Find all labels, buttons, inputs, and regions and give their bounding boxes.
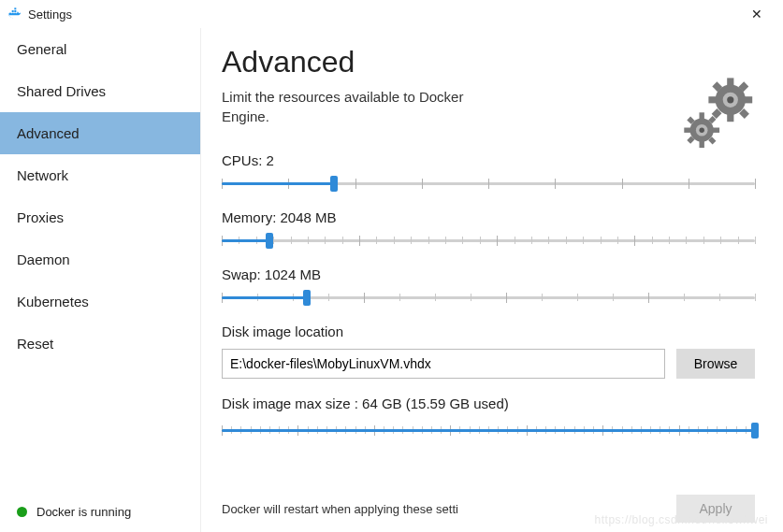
sidebar-label: Reset [17, 336, 53, 352]
restart-note: Docker will restart when applying these … [222, 502, 458, 516]
disk-location-label: Disk image location [222, 324, 755, 339]
sidebar-item-network[interactable]: Network [0, 154, 200, 196]
swap-slider-block: Swap: 1024 MB [222, 266, 755, 307]
svg-rect-7 [727, 78, 733, 86]
swap-slider[interactable] [222, 288, 755, 307]
sidebar-item-advanced[interactable]: Advanced [0, 112, 200, 154]
page-title: Advanced [222, 45, 755, 79]
svg-rect-21 [713, 128, 719, 133]
docker-icon [7, 7, 22, 22]
sidebar-label: Kubernetes [17, 294, 89, 309]
memory-slider[interactable] [222, 231, 755, 250]
svg-rect-10 [744, 96, 752, 103]
memory-label: Memory: 2048 MB [222, 209, 755, 225]
apply-button[interactable]: Apply [676, 495, 755, 523]
sidebar-label: Advanced [17, 125, 80, 141]
sidebar-label: Shared Drives [17, 83, 106, 99]
sidebar-item-proxies[interactable]: Proxies [0, 196, 200, 238]
svg-point-27 [700, 128, 704, 133]
svg-point-16 [727, 96, 733, 103]
svg-rect-9 [708, 96, 717, 103]
sidebar-item-daemon[interactable]: Daemon [0, 238, 200, 280]
svg-rect-19 [700, 141, 704, 148]
page-subtitle: Limit the resources available to Docker … [222, 87, 502, 126]
titlebar: Settings ✕ [0, 0, 783, 28]
close-button[interactable]: ✕ [738, 0, 776, 28]
svg-rect-20 [684, 128, 690, 133]
svg-rect-8 [727, 113, 733, 122]
svg-rect-4 [14, 10, 16, 12]
status-bar: Docker is running [0, 492, 200, 532]
browse-button[interactable]: Browse [676, 349, 755, 379]
status-dot-icon [17, 507, 27, 517]
sidebar-item-general[interactable]: General [0, 28, 200, 70]
svg-rect-18 [700, 112, 704, 119]
swap-label: Swap: 1024 MB [222, 266, 755, 282]
gears-icon [678, 73, 762, 157]
disk-path-input[interactable] [222, 349, 665, 379]
window-title: Settings [28, 7, 72, 22]
svg-rect-3 [12, 10, 14, 12]
sidebar-label: Daemon [17, 252, 70, 267]
sidebar-item-kubernetes[interactable]: Kubernetes [0, 280, 200, 323]
sidebar-label: General [17, 41, 66, 57]
status-text: Docker is running [36, 505, 131, 519]
content-pane: Advanced Limit the resources available t… [201, 28, 783, 532]
cpus-slider-block: CPUs: 2 [222, 152, 755, 193]
sidebar-label: Proxies [17, 209, 64, 225]
close-icon: ✕ [751, 7, 762, 22]
sidebar: General Shared Drives Advanced Network P… [0, 28, 201, 532]
disk-size-label: Disk image max size : 64 GB (15.59 GB us… [222, 395, 755, 411]
sidebar-item-reset[interactable]: Reset [0, 323, 200, 365]
sidebar-item-shared-drives[interactable]: Shared Drives [0, 70, 200, 112]
cpus-label: CPUs: 2 [222, 152, 755, 168]
cpus-slider[interactable] [222, 174, 755, 193]
svg-rect-5 [14, 7, 16, 9]
memory-slider-block: Memory: 2048 MB [222, 209, 755, 250]
sidebar-label: Network [17, 167, 68, 183]
disk-size-slider[interactable] [222, 421, 755, 439]
